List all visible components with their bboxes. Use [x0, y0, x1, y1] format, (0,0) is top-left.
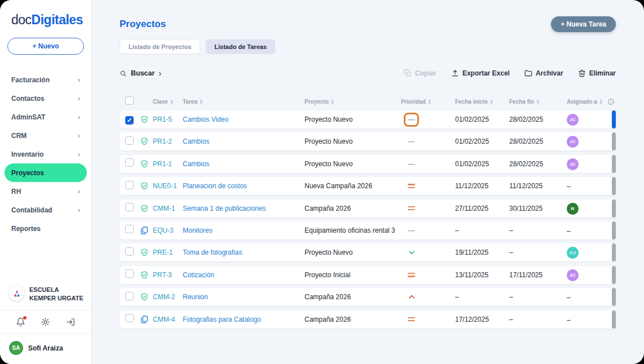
priority-cell[interactable]: —	[401, 157, 455, 171]
assignee-cell[interactable]: CJ –	[567, 246, 607, 259]
task-title-link[interactable]: Reunion	[183, 293, 305, 301]
assignee-cell[interactable]: –	[567, 225, 607, 236]
priority-cell[interactable]: —	[401, 135, 455, 149]
task-key-link[interactable]: CMM-4	[153, 316, 183, 323]
row-checkbox[interactable]	[125, 181, 134, 189]
row-checkbox[interactable]	[125, 314, 134, 322]
priority-indicator[interactable]: —	[404, 179, 419, 193]
assignee-cell[interactable]: JC –	[567, 158, 607, 170]
sidebar-item-inventario[interactable]: Inventario ›	[5, 145, 87, 163]
priority-cell[interactable]: —	[401, 113, 455, 127]
task-key-link[interactable]: PR1-5	[153, 116, 183, 123]
task-key-link[interactable]: NUE0-1	[153, 182, 183, 190]
assignee-cell[interactable]: –	[567, 292, 607, 302]
assignee-avatar[interactable]: JC	[567, 269, 579, 281]
table-row[interactable]: CMM-1 Semana 1 de publicaciones Campaña …	[120, 199, 616, 217]
column-proyecto[interactable]: Proyecto	[305, 99, 401, 105]
task-title-link[interactable]: Cambios	[183, 160, 305, 168]
row-checkbox[interactable]	[125, 292, 134, 300]
priority-cell[interactable]: —	[401, 290, 455, 304]
assignee-avatar[interactable]: CJ	[567, 247, 579, 259]
task-title-link[interactable]: Fotografias para Catalogo	[183, 316, 305, 323]
assignee-avatar[interactable]: JC	[567, 114, 579, 126]
sort-icon[interactable]	[171, 99, 173, 104]
sort-icon[interactable]	[200, 99, 202, 104]
task-key-link[interactable]: CMM-2	[153, 293, 183, 301]
row-checkbox[interactable]	[125, 136, 134, 145]
priority-cell[interactable]: —	[401, 246, 455, 260]
task-key-link[interactable]: CMM-1	[153, 205, 183, 212]
sidebar-item-crm[interactable]: CRM ›	[5, 126, 87, 145]
table-row[interactable]: PRE-1 Toma de fotografias Proyecto Nuevo…	[120, 243, 616, 261]
task-title-link[interactable]: Toma de fotografias	[183, 248, 305, 256]
assignee-cell[interactable]: –	[567, 181, 607, 191]
assignee-avatar[interactable]: JC	[567, 158, 579, 170]
assignee-cell[interactable]: JC –	[567, 269, 607, 281]
priority-indicator[interactable]: —	[404, 268, 419, 282]
task-title-link[interactable]: Cambios Video	[183, 116, 305, 123]
sort-icon[interactable]	[332, 99, 334, 104]
sort-icon[interactable]	[429, 99, 431, 104]
task-title-link[interactable]: Planeacion de costos	[183, 182, 305, 190]
task-title-link[interactable]: Cotización	[183, 271, 305, 279]
assignee-avatar[interactable]: R	[567, 203, 579, 215]
logout-icon[interactable]	[66, 317, 76, 327]
column-asignado-a[interactable]: Asignado a	[567, 99, 607, 105]
task-key-link[interactable]: PRE-1	[153, 248, 183, 256]
organization[interactable]: ESCUELA KEMPER URGATE	[0, 286, 91, 310]
search-control[interactable]: Buscar ›	[120, 69, 161, 77]
task-title-link[interactable]: Cambios	[183, 137, 305, 145]
export-excel-button[interactable]: Exportar Excel	[451, 69, 510, 77]
table-row[interactable]: PRT-3 Cotización Proyecto Inicial — 13/1…	[120, 266, 616, 284]
priority-indicator[interactable]: —	[404, 157, 419, 171]
sort-icon[interactable]	[600, 99, 602, 104]
select-all-checkbox[interactable]	[125, 96, 134, 105]
priority-cell[interactable]: —	[401, 179, 455, 193]
sidebar-item-contabilidad[interactable]: Contabilidad ›	[5, 201, 87, 219]
priority-indicator[interactable]: —	[404, 223, 419, 237]
priority-indicator[interactable]: —	[404, 246, 419, 260]
row-checkbox[interactable]	[125, 203, 134, 211]
new-task-button[interactable]: + Nueva Tarea	[551, 16, 616, 32]
task-title-link[interactable]: Monitores	[183, 227, 305, 234]
row-checkbox[interactable]	[125, 158, 134, 167]
sort-icon[interactable]	[537, 99, 539, 104]
info-icon[interactable]	[607, 98, 615, 105]
priority-cell[interactable]: —	[401, 312, 455, 326]
row-checkbox[interactable]	[125, 269, 134, 278]
table-row[interactable]: PR1-2 Cambios Proyecto Nuevo — 01/02/202…	[120, 132, 616, 150]
table-row[interactable]: CMM-2 Reunion Campaña 2026 — – – –	[120, 288, 616, 306]
column-prioridad[interactable]: Prioridad	[401, 99, 455, 105]
column-fecha-inicio[interactable]: Fecha inicio	[455, 99, 509, 105]
sort-icon[interactable]	[491, 99, 493, 104]
sidebar-item-facturacion[interactable]: Facturación ›	[5, 70, 87, 89]
task-key-link[interactable]: PR1-1	[153, 160, 183, 168]
settings-gear-icon[interactable]	[41, 317, 50, 327]
priority-cell[interactable]: —	[401, 223, 455, 237]
notification-bell-icon[interactable]	[16, 317, 25, 327]
task-title-link[interactable]: Semana 1 de publicaciones	[183, 205, 305, 212]
column-clave[interactable]: Clave	[153, 99, 183, 105]
column-tarea[interactable]: Tarea	[183, 99, 305, 105]
assignee-avatar[interactable]: JC	[567, 136, 579, 148]
assignee-cell[interactable]: JC –	[567, 135, 607, 148]
task-key-link[interactable]: PRT-3	[153, 271, 183, 279]
sidebar-item-adminsat[interactable]: AdminSAT ›	[5, 108, 87, 126]
tab-listado-de-tareas[interactable]: Listado de Tareas	[206, 39, 275, 54]
priority-indicator[interactable]: —	[404, 312, 419, 326]
row-checkbox[interactable]	[125, 225, 134, 233]
priority-cell[interactable]: —	[401, 201, 455, 215]
task-key-link[interactable]: EQU-3	[153, 227, 183, 234]
table-row[interactable]: CMM-4 Fotografias para Catalogo Campaña …	[120, 310, 616, 329]
row-checkbox[interactable]	[125, 116, 134, 125]
table-row[interactable]: NUE0-1 Planeacion de costos Nueva Campañ…	[120, 177, 616, 195]
sidebar-item-proyectos[interactable]: Proyectos ›	[5, 163, 87, 182]
sidebar-item-contactos[interactable]: Contactos ›	[5, 89, 87, 108]
delete-button[interactable]: Eliminar	[578, 69, 616, 77]
user-profile[interactable]: SA Sofi Araiza	[0, 334, 91, 364]
sidebar-item-reportes[interactable]: Reportes ›	[5, 219, 87, 238]
row-checkbox[interactable]	[125, 247, 134, 256]
priority-indicator[interactable]: —	[404, 201, 419, 215]
assignee-cell[interactable]: –	[567, 314, 607, 325]
priority-indicator[interactable]: —	[404, 290, 419, 304]
